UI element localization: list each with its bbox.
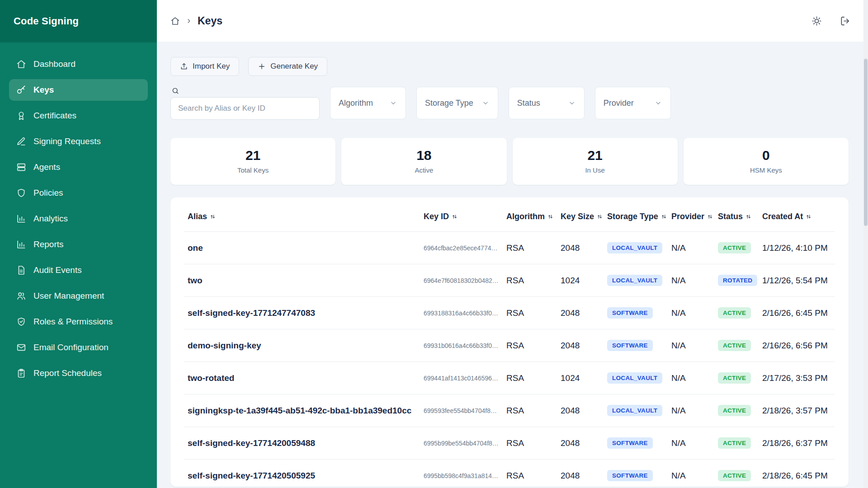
table-row[interactable]: two6964e7f60818302b0482021cRSA1024LOCAL_…	[184, 264, 835, 297]
stat-label: Total Keys	[170, 166, 335, 174]
document-icon	[16, 265, 26, 275]
cell-status: ACTIVE	[714, 232, 759, 264]
generate-key-button[interactable]: Generate Key	[248, 57, 327, 76]
sidebar-item-report-schedules[interactable]: Report Schedules	[9, 362, 148, 384]
stat-label: In Use	[513, 166, 678, 174]
cell-storage-type: LOCAL_VAULT	[604, 362, 668, 394]
cell-alias: two-rotated	[184, 362, 420, 394]
status-badge: ACTIVE	[718, 372, 751, 384]
sidebar-item-user-management[interactable]: User Management	[9, 285, 148, 307]
cell-alias: self-signed-key-1771420505925	[184, 460, 420, 487]
filter-dropdown-status[interactable]: Status	[509, 87, 585, 119]
table-row[interactable]: signingksp-te-1a39f445-ab51-492c-bba1-bb…	[184, 394, 835, 427]
filter-dropdown-provider[interactable]: Provider	[595, 87, 671, 119]
chart-icon	[16, 239, 26, 249]
cell-algorithm: RSA	[503, 394, 557, 427]
sidebar-item-agents[interactable]: Agents	[9, 156, 148, 178]
table-row[interactable]: two-rotated699441af1413c01465962491RSA10…	[184, 362, 835, 394]
sidebar-item-policies[interactable]: Policies	[9, 182, 148, 204]
chevron-down-icon	[654, 99, 662, 107]
cell-alias: one	[184, 232, 420, 264]
sidebar-item-audit-events[interactable]: Audit Events	[9, 259, 148, 281]
column-header-provider[interactable]: Provider	[668, 200, 714, 232]
mail-icon	[16, 343, 26, 352]
home-icon[interactable]	[170, 16, 180, 26]
sidebar-item-reports[interactable]: Reports	[9, 234, 148, 255]
main: Import Key Generate Key Algorithm Storag…	[157, 42, 868, 488]
content-area: Keys Import Key Generate Key Algorithm	[157, 0, 868, 488]
column-header-storage-type[interactable]: Storage Type	[604, 200, 668, 232]
cell-status: ACTIVE	[714, 297, 759, 329]
topbar: Keys	[157, 0, 868, 42]
import-key-button[interactable]: Import Key	[170, 57, 239, 76]
cell-created-at: 2/18/26, 3:57 PM	[759, 394, 835, 427]
cell-key-size: 2048	[557, 232, 604, 264]
sort-icon	[660, 213, 667, 220]
stat-label: HSM Keys	[684, 166, 849, 174]
table-row[interactable]: demo-signing-key69931b0616a4c66b33f06c55…	[184, 329, 835, 362]
cell-provider: N/A	[668, 232, 714, 264]
status-badge: ACTIVE	[718, 340, 751, 351]
column-header-alias[interactable]: Alias	[184, 200, 420, 232]
cell-alias: self-signed-key-1771247747083	[184, 297, 420, 329]
logout-icon[interactable]	[840, 16, 850, 26]
table-row[interactable]: self-signed-key-17714200594886995b99be55…	[184, 427, 835, 460]
cell-provider: N/A	[668, 427, 714, 460]
search-block	[170, 87, 320, 120]
cell-key-id: 6995b99be554bb4704f8c447	[420, 427, 503, 460]
status-badge: ACTIVE	[718, 437, 751, 449]
sidebar-item-email-configuration[interactable]: Email Configuration	[9, 337, 148, 358]
sidebar-item-roles-permissions[interactable]: Roles & Permissions	[9, 311, 148, 333]
filter-dropdowns: Algorithm Storage Type Status Provider	[330, 87, 671, 119]
keys-table-body: one6964cfbac2e85ece4774e6edRSA2048LOCAL_…	[184, 232, 835, 487]
cell-key-size: 1024	[557, 264, 604, 297]
users-icon	[16, 291, 26, 301]
storage-type-badge: SOFTWARE	[607, 307, 653, 319]
cell-storage-type: SOFTWARE	[604, 460, 668, 487]
keys-table-header: AliasKey IDAlgorithmKey SizeStorage Type…	[184, 200, 835, 232]
cell-storage-type: LOCAL_VAULT	[604, 264, 668, 297]
column-header-algorithm[interactable]: Algorithm	[503, 200, 557, 232]
page-scrollbar[interactable]	[863, 0, 868, 488]
status-badge: ACTIVE	[718, 307, 751, 319]
table-row[interactable]: self-signed-key-17714205059256995bb598c4…	[184, 460, 835, 487]
cell-algorithm: RSA	[503, 329, 557, 362]
stat-card-hsm-keys: 0 HSM Keys	[684, 138, 849, 185]
stat-card-active: 18 Active	[341, 138, 506, 185]
column-header-key-size[interactable]: Key Size	[557, 200, 604, 232]
sidebar-item-keys[interactable]: Keys	[9, 79, 148, 101]
status-badge: ROTATED	[718, 275, 757, 286]
chevron-down-icon	[389, 99, 397, 107]
cell-status: ROTATED	[714, 264, 759, 297]
sort-icon	[596, 213, 603, 220]
sidebar-item-certificates[interactable]: Certificates	[9, 105, 148, 127]
cell-key-size: 1024	[557, 362, 604, 394]
search-input[interactable]	[170, 97, 320, 120]
sidebar-header: Code Signing	[0, 0, 157, 42]
cell-alias: signingksp-te-1a39f445-ab51-492c-bba1-bb…	[184, 394, 420, 427]
cell-created-at: 2/18/26, 6:45 PM	[759, 460, 835, 487]
cell-algorithm: RSA	[503, 460, 557, 487]
column-header-created-at[interactable]: Created At	[759, 200, 835, 232]
cell-provider: N/A	[668, 362, 714, 394]
cell-algorithm: RSA	[503, 362, 557, 394]
table-row[interactable]: one6964cfbac2e85ece4774e6edRSA2048LOCAL_…	[184, 232, 835, 264]
cell-key-id: 6964e7f60818302b0482021c	[420, 264, 503, 297]
filter-dropdown-storage-type[interactable]: Storage Type	[416, 87, 498, 119]
sidebar-item-signing-requests[interactable]: Signing Requests	[9, 131, 148, 152]
storage-type-badge: SOFTWARE	[607, 470, 653, 481]
cell-storage-type: LOCAL_VAULT	[604, 232, 668, 264]
table-row[interactable]: self-signed-key-17712477470836993188316a…	[184, 297, 835, 329]
sidebar-item-dashboard[interactable]: Dashboard	[9, 53, 148, 75]
filter-dropdown-algorithm[interactable]: Algorithm	[330, 87, 406, 119]
sidebar-item-analytics[interactable]: Analytics	[9, 208, 148, 230]
cell-provider: N/A	[668, 297, 714, 329]
scrollbar-thumb[interactable]	[864, 59, 868, 226]
storage-type-badge: LOCAL_VAULT	[607, 275, 662, 286]
plus-icon	[258, 62, 266, 70]
cell-provider: N/A	[668, 394, 714, 427]
column-header-status[interactable]: Status	[714, 200, 759, 232]
cell-alias: two	[184, 264, 420, 297]
theme-toggle-icon[interactable]	[811, 16, 822, 26]
column-header-key-id[interactable]: Key ID	[420, 200, 503, 232]
